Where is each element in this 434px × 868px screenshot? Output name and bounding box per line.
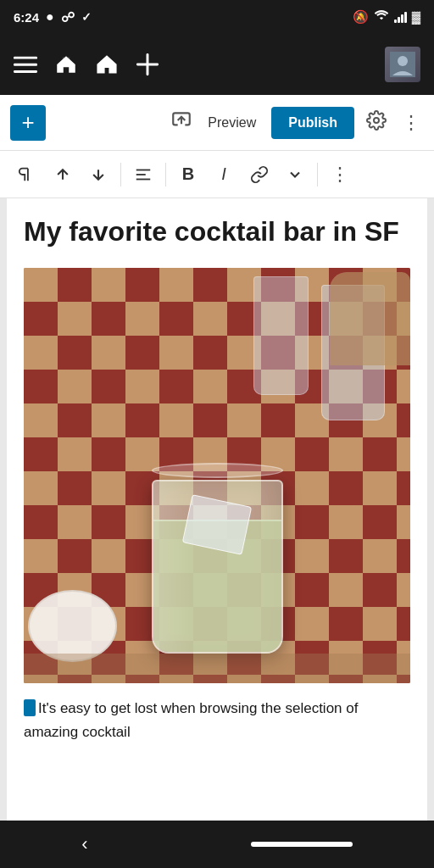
user-avatar[interactable] (385, 47, 420, 82)
more-options-icon[interactable]: ⋮ (398, 108, 424, 137)
plate-decoration (28, 590, 117, 662)
move-up-button[interactable] (46, 158, 80, 192)
home-outline-button[interactable] (95, 53, 119, 76)
upload-icon[interactable] (170, 109, 192, 136)
bold-button[interactable]: B (171, 158, 205, 192)
signal-icon (394, 11, 407, 23)
add-nav-button[interactable] (136, 53, 159, 76)
separator-2 (165, 163, 166, 186)
post-featured-image[interactable] (24, 268, 410, 683)
hands-decoration (330, 272, 410, 365)
nav-bar (0, 34, 434, 95)
preview-button[interactable]: Preview (201, 115, 263, 131)
menu-button[interactable] (14, 53, 37, 76)
check-icon: ✓ (81, 10, 92, 24)
battery-icon: ▓ (412, 10, 420, 24)
status-time: 6:24 (14, 10, 39, 25)
svg-rect-1 (14, 64, 37, 66)
editor-document[interactable]: My favorite cocktail bar in SF (7, 198, 427, 868)
home-indicator[interactable] (251, 842, 353, 847)
editor-toolbar: + Preview Publish ⋮ (0, 95, 434, 151)
svg-rect-2 (14, 70, 37, 73)
bottom-nav-bar: ‹ (0, 821, 434, 868)
mute-icon: 🔕 (353, 9, 369, 25)
link-button[interactable] (242, 158, 276, 192)
separator-1 (120, 163, 121, 186)
format-bar: B I ⋮ (0, 151, 434, 198)
content-area: My favorite cocktail bar in SF (0, 198, 434, 868)
publish-button[interactable]: Publish (271, 107, 354, 139)
svg-rect-3 (63, 57, 70, 64)
main-cocktail-glass (147, 463, 287, 654)
home-filled-button[interactable] (54, 53, 78, 76)
settings-icon[interactable] (363, 107, 390, 139)
align-button[interactable] (126, 158, 160, 192)
svg-point-6 (374, 118, 379, 123)
post-body-text[interactable]: It's easy to get lost when browsing the … (24, 697, 410, 743)
more-formats-button[interactable] (278, 158, 312, 192)
paragraph-format-button[interactable] (10, 158, 44, 192)
back-button[interactable]: ‹ (81, 833, 87, 855)
table-surface (24, 654, 410, 683)
svg-rect-0 (14, 57, 37, 59)
image-icon: ☍ (61, 9, 75, 25)
status-bar: 6:24 ● ☍ ✓ 🔕 ▓ (0, 0, 434, 34)
italic-button[interactable]: I (207, 158, 241, 192)
background-glass-2 (253, 276, 309, 395)
spotify-icon: ● (46, 9, 54, 25)
more-block-options-button[interactable]: ⋮ (323, 158, 357, 192)
svg-point-5 (398, 56, 408, 66)
add-block-button[interactable]: + (10, 105, 46, 141)
text-cursor (24, 699, 36, 716)
wifi-icon (374, 9, 389, 25)
move-down-button[interactable] (81, 158, 115, 192)
post-title[interactable]: My favorite cocktail bar in SF (24, 215, 410, 248)
separator-3 (317, 163, 318, 186)
